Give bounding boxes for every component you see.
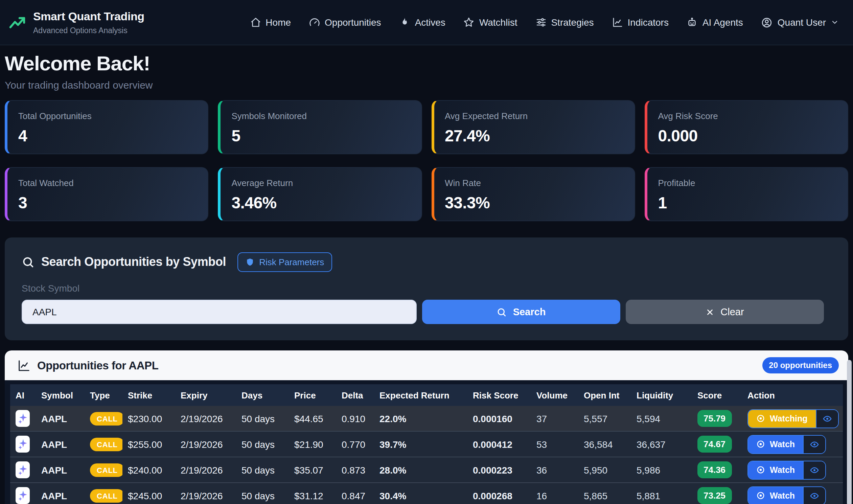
stat-label: Symbols Monitored [232,111,411,121]
col-days: Days [236,384,289,406]
col-ai: AI [10,384,36,406]
watch-button-label: Watch [770,439,795,449]
cell-expected-return: 22.0% [374,406,468,431]
opportunities-count-badge: 20 opportunities [762,357,839,374]
stat-card-avg-expected-return: Avg Expected Return 27.4% [431,100,635,154]
watch-button[interactable]: Watch [748,435,803,453]
ai-analyze-button[interactable] [16,487,30,504]
nav-item-opportunities[interactable]: Opportunities [309,17,381,28]
page-title: Welcome Back! [5,52,848,75]
ai-analyze-button[interactable] [16,436,30,453]
shield-icon [246,258,254,267]
cell-liquidity: 5,594 [631,406,692,431]
cell-price: $31.12 [289,483,336,504]
search-panel-title: Search Opportunities by Symbol [41,255,226,269]
cell-risk-score: 0.000268 [468,483,531,504]
col-volume: Volume [531,384,578,406]
cell-delta: 0.847 [336,483,374,504]
brand[interactable]: Smart Quant Trading Advanced Options Ana… [8,10,144,35]
cell-delta: 0.770 [336,431,374,457]
col-delta: Delta [336,384,374,406]
view-details-button[interactable] [803,461,825,479]
stat-card-symbols-monitored: Symbols Monitored 5 [218,100,422,154]
chart-line-icon [18,359,31,372]
stat-value: 33.3% [445,194,624,212]
cell-strike: $245.00 [123,483,175,504]
nav-item-label: Opportunities [325,17,381,28]
score-badge: 73.25 [697,487,731,504]
cell-expected-return: 30.4% [374,483,468,504]
user-menu[interactable]: Quant User [761,17,839,28]
user-menu-label: Quant User [778,17,826,28]
stat-value: 27.4% [445,126,624,145]
watch-button[interactable]: Watch [748,487,803,504]
nav-links: Home Opportunities Actives Watchlist Str… [250,17,839,28]
stat-card-win-rate: Win Rate 33.3% [431,167,635,221]
cell-price: $21.90 [289,431,336,457]
cell-open-int: 5,950 [578,457,631,483]
nav-item-strategies[interactable]: Strategies [536,17,594,28]
nav-item-watchlist[interactable]: Watchlist [464,17,518,28]
cell-expected-return: 28.0% [374,457,468,483]
view-details-button[interactable] [816,410,838,427]
opportunities-header: Opportunities for AAPL 20 opportunities [5,350,848,380]
view-details-button[interactable] [803,435,825,453]
call-badge: CALL [90,463,123,476]
opportunities-title: Opportunities for AAPL [37,359,158,372]
view-details-button[interactable] [803,487,825,504]
table-header-row: AI Symbol Type Strike Expiry Days Price … [10,384,843,406]
watch-button-label: Watch [770,465,795,474]
nav-item-indicators[interactable]: Indicators [612,17,669,28]
cell-symbol: AAPL [36,406,85,431]
watching-button[interactable]: Watching [748,410,816,427]
cell-open-int: 5,865 [578,483,631,504]
cell-delta: 0.910 [336,406,374,431]
user-circle-icon [761,17,773,28]
cell-days: 50 days [236,483,289,504]
nav-item-actives[interactable]: Actives [399,17,446,28]
cell-days: 50 days [236,457,289,483]
cell-delta: 0.873 [336,457,374,483]
cell-open-int: 5,557 [578,406,631,431]
welcome-section: Welcome Back! Your trading dashboard ove… [5,52,848,91]
watch-button-label: Watch [770,491,795,500]
cell-strike: $230.00 [123,406,175,431]
ai-analyze-button[interactable] [16,462,30,478]
nav-item-label: Home [266,17,291,28]
risk-parameters-label: Risk Parameters [259,257,324,267]
close-icon [706,307,714,316]
stock-symbol-input[interactable] [22,300,417,324]
navbar: Smart Quant Trading Advanced Options Ana… [0,0,853,45]
stat-label: Avg Risk Score [658,111,837,121]
stat-value: 5 [232,126,411,145]
clear-button[interactable]: Clear [626,300,824,324]
search-button[interactable]: Search [422,300,620,324]
nav-item-label: Watchlist [479,17,518,28]
stat-label: Profitable [658,178,837,188]
score-badge: 75.79 [697,410,731,427]
cell-risk-score: 0.000160 [468,406,531,431]
home-icon [250,17,261,28]
stats-grid: Total Opportunities 4 Symbols Monitored … [5,100,848,221]
clear-button-label: Clear [721,306,744,317]
stat-value: 1 [658,194,837,212]
stat-label: Total Watched [18,178,197,188]
nav-item-ai-agents[interactable]: AI Agents [687,17,743,28]
cell-expiry: 2/19/2026 [175,457,236,483]
col-open-int: Open Int [578,384,631,406]
brand-tagline: Advanced Options Analysis [33,26,144,35]
ai-analyze-button[interactable] [16,410,30,427]
nav-item-home[interactable]: Home [250,17,291,28]
col-score: Score [692,384,742,406]
col-liquidity: Liquidity [631,384,692,406]
score-badge: 74.36 [697,462,731,478]
stat-card-profitable: Profitable 1 [645,167,849,221]
risk-parameters-button[interactable]: Risk Parameters [237,252,332,272]
cell-risk-score: 0.000223 [468,457,531,483]
cell-strike: $255.00 [123,431,175,457]
action-button-group: Watching [747,409,839,428]
stat-label: Total Opportunities [18,111,197,121]
scrollbar-thumb[interactable] [847,360,852,504]
watch-button[interactable]: Watch [748,461,803,479]
cell-days: 50 days [236,431,289,457]
